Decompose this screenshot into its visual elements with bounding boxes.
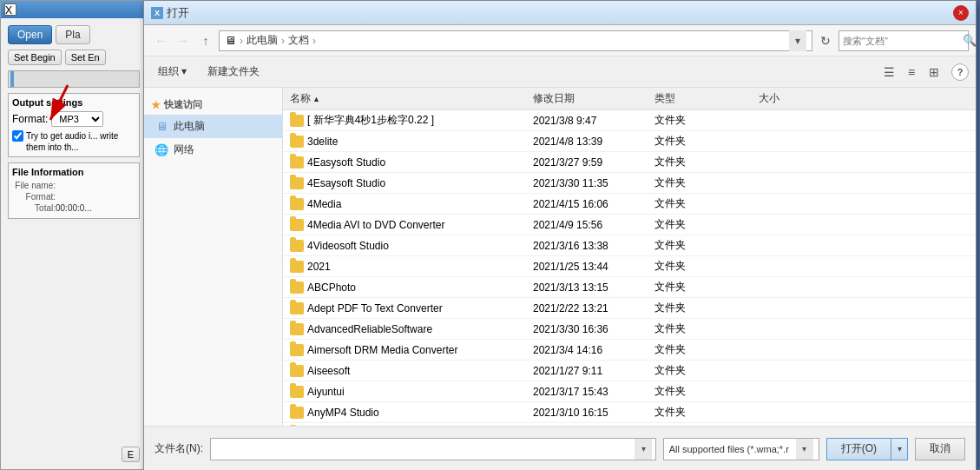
file-date: 2021/3/30 11:35 xyxy=(533,177,654,189)
file-row[interactable]: A-PDF Image Converter Pro 2021/3/16 15:5… xyxy=(283,423,976,426)
file-row[interactable]: [ 新华字典4秒1步检字0.22 ] 2021/3/8 9:47 文件夹 xyxy=(283,110,976,131)
address-separator-2: › xyxy=(281,35,285,47)
address-part-2[interactable]: 文档 xyxy=(288,33,309,48)
folder-icon xyxy=(290,261,304,273)
file-row[interactable]: Aiyuntui 2021/3/17 15:43 文件夹 xyxy=(283,381,976,402)
bg-app-icon: X xyxy=(4,3,16,16)
open-main-button[interactable]: 打开(O) xyxy=(826,438,891,460)
main-btn-group: Open Pla xyxy=(8,25,140,44)
address-dropdown-button[interactable]: ▾ xyxy=(789,30,806,51)
view-btn-2[interactable]: ≡ xyxy=(901,62,922,83)
play-button[interactable]: Pla xyxy=(56,25,89,44)
quick-access-label: 快速访问 xyxy=(164,98,202,111)
file-row[interactable]: ABCPhoto 2021/3/13 13:15 文件夹 xyxy=(283,277,976,298)
col-header-name[interactable]: 名称 ▲ xyxy=(290,91,533,106)
view-buttons: ☰ ≡ ⊞ xyxy=(878,62,944,83)
file-row[interactable]: Adept PDF To Text Converter 2021/2/22 13… xyxy=(283,298,976,319)
file-row[interactable]: 4Media AVI to DVD Converter 2021/4/9 15:… xyxy=(283,215,976,235)
file-type: 文件夹 xyxy=(654,321,759,336)
file-row[interactable]: AdvancedReliableSoftware 2021/3/30 16:36… xyxy=(283,319,976,340)
file-row[interactable]: 4Media 2021/4/15 16:06 文件夹 xyxy=(283,194,976,215)
search-icon[interactable]: 🔍 xyxy=(963,34,977,47)
filetype-text: All supported files (*.wma;*.r xyxy=(669,444,796,454)
file-row[interactable]: AnyMP4 Studio 2021/3/10 16:15 文件夹 xyxy=(283,402,976,423)
bg-bottom-btn[interactable]: E xyxy=(122,447,140,462)
dialog-titlebar: X 打开 × xyxy=(144,1,976,25)
audio-checkbox[interactable] xyxy=(12,130,23,142)
dialog-actionbar: 组织 ▾ 新建文件夹 ☰ ≡ ⊞ ? xyxy=(144,56,976,88)
file-row[interactable]: Aimersoft DRM Media Converter 2021/3/4 1… xyxy=(283,340,976,361)
filetype-dropdown-button[interactable]: ▾ xyxy=(796,439,813,460)
file-date: 2021/3/17 15:43 xyxy=(533,386,654,398)
output-settings-title: Output settings xyxy=(12,97,135,108)
view-btn-1[interactable]: ☰ xyxy=(878,62,899,83)
folder-icon xyxy=(290,281,304,294)
nav-item-network[interactable]: 🌐 网络 xyxy=(144,138,282,162)
format-row: Format: MP3 xyxy=(12,111,135,127)
organize-button[interactable]: 组织 ▾ xyxy=(151,62,194,82)
filename-label: 文件名(N): xyxy=(155,441,203,456)
view-icon-3: ⊞ xyxy=(929,65,939,79)
file-rows-container: [ 新华字典4秒1步检字0.22 ] 2021/3/8 9:47 文件夹 3de… xyxy=(283,110,976,426)
open-dropdown-button[interactable]: ▾ xyxy=(891,438,908,460)
file-type: 文件夹 xyxy=(654,363,759,378)
open-button-group: 打开(O) ▾ xyxy=(826,438,908,460)
new-folder-button[interactable]: 新建文件夹 xyxy=(201,62,266,82)
file-row[interactable]: 4Videosoft Studio 2021/3/16 13:38 文件夹 xyxy=(283,235,976,256)
back-icon: ← xyxy=(155,34,167,48)
address-separator-1: › xyxy=(240,35,243,47)
search-input[interactable] xyxy=(843,36,963,46)
file-row[interactable]: 4Easysoft Studio 2021/3/27 9:59 文件夹 xyxy=(283,152,976,173)
refresh-button[interactable]: ↻ xyxy=(816,31,835,50)
close-button[interactable]: × xyxy=(953,5,969,21)
nav-item-this-pc[interactable]: 🖥 此电脑 xyxy=(144,115,282,138)
total-value: 00:00:0... xyxy=(56,203,92,213)
file-row[interactable]: 4Esaysoft Studio 2021/3/30 11:35 文件夹 xyxy=(283,173,976,194)
format-select[interactable]: MP3 xyxy=(51,111,103,127)
forward-button[interactable]: → xyxy=(174,31,193,50)
open-button[interactable]: Open xyxy=(8,25,52,44)
file-type: 文件夹 xyxy=(654,405,759,420)
file-name: 4Esaysoft Studio xyxy=(307,177,385,189)
view-btn-3[interactable]: ⊞ xyxy=(924,62,944,83)
address-part-1[interactable]: 此电脑 xyxy=(247,33,278,48)
file-date: 2021/4/15 16:06 xyxy=(533,198,654,210)
up-button[interactable]: ↑ xyxy=(196,31,215,50)
col-header-type[interactable]: 类型 xyxy=(654,91,759,106)
file-name: AdvancedReliableSoftware xyxy=(307,323,432,335)
file-type: 文件夹 xyxy=(654,342,759,357)
cancel-button[interactable]: 取消 xyxy=(915,438,965,460)
nav-item-this-pc-label: 此电脑 xyxy=(174,119,205,134)
timeline-slider[interactable] xyxy=(8,70,140,88)
dialog-bottombar: 文件名(N): ▾ All supported files (*.wma;*.r… xyxy=(144,426,976,470)
file-name-label: File name: xyxy=(12,181,56,190)
file-row[interactable]: Aiseesoft 2021/1/27 9:11 文件夹 xyxy=(283,361,976,381)
file-row[interactable]: 2021 2021/1/25 13:44 文件夹 xyxy=(283,256,976,277)
file-name: AnyMP4 Studio xyxy=(307,407,379,419)
help-button[interactable]: ? xyxy=(951,63,969,81)
file-list-area: 名称 ▲ 修改日期 类型 大小 [ 新华字典4秒1步检字0.22 ] 2021 xyxy=(283,88,976,426)
refresh-icon: ↻ xyxy=(820,34,831,48)
file-date: 2021/3/16 13:38 xyxy=(533,240,654,252)
filename-input[interactable] xyxy=(214,443,635,455)
filename-dropdown-button[interactable]: ▾ xyxy=(635,439,651,460)
file-open-dialog: X 打开 × ← → ↑ 🖥 › 此电脑 › 文档 › ▾ ↻ � xyxy=(143,0,977,470)
col-header-size[interactable]: 大小 xyxy=(759,91,828,106)
file-date: 2021/3/27 9:59 xyxy=(533,156,654,169)
file-type: 文件夹 xyxy=(654,384,759,399)
nav-panel: ★ 快速访问 🖥 此电脑 🌐 网络 xyxy=(144,88,283,426)
total-label: Total: xyxy=(12,203,56,213)
back-button[interactable]: ← xyxy=(151,31,170,50)
file-name-row: File name: xyxy=(12,181,135,190)
total-row: Total: 00:00:0... xyxy=(12,203,135,213)
col-header-date[interactable]: 修改日期 xyxy=(533,91,654,106)
folder-icon xyxy=(290,177,304,189)
folder-icon xyxy=(290,198,304,210)
file-date: 2021/2/22 13:21 xyxy=(533,302,654,314)
set-begin-button[interactable]: Set Begin xyxy=(8,50,62,65)
dialog-title-left: X 打开 xyxy=(151,5,189,21)
file-name: 2021 xyxy=(307,261,331,273)
file-type: 文件夹 xyxy=(654,134,759,149)
set-end-button[interactable]: Set En xyxy=(65,50,106,65)
file-row[interactable]: 3delite 2021/4/8 13:39 文件夹 xyxy=(283,131,976,152)
